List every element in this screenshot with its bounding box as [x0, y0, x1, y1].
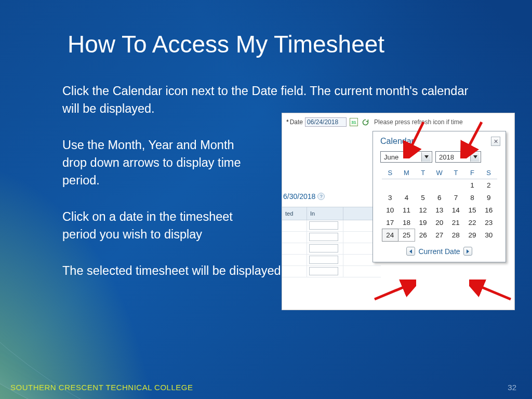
time-input[interactable] [309, 267, 338, 275]
calendar-popup: Calendar ✕ June 2018 SMTWTFS 12345678910… [373, 131, 506, 262]
calendar-day-cell[interactable]: 5 [415, 192, 431, 204]
calendar-day-cell[interactable]: 2 [481, 179, 497, 192]
calendar-day-header: F [464, 167, 481, 179]
calendar-day-cell[interactable]: 18 [398, 217, 415, 229]
calendar-day-header: T [415, 167, 431, 179]
calendar-close-button[interactable]: ✕ [491, 137, 500, 146]
chevron-down-icon [421, 152, 431, 162]
help-icon[interactable]: ? [317, 193, 325, 200]
footer-college-name: SOUTHERN CRESCENT TECHNICAL COLLEGE [10, 383, 193, 392]
instruction-paragraph-2: Use the Month, Year and Month drop down … [62, 136, 249, 189]
date-field-label: * Date [286, 118, 303, 126]
calendar-day-cell[interactable]: 9 [481, 192, 497, 204]
svg-line-2 [375, 284, 412, 299]
calendar-day-cell[interactable]: 14 [448, 204, 464, 217]
time-input[interactable] [309, 221, 338, 230]
calendar-day-cell[interactable]: 7 [448, 192, 464, 204]
calendar-day-cell[interactable]: 8 [464, 192, 481, 204]
calendar-day-cell[interactable]: 24 [382, 229, 398, 242]
calendar-day-cell[interactable]: 1 [464, 179, 481, 192]
calendar-day-cell[interactable]: 10 [382, 204, 398, 217]
column-header-ted: ted [282, 207, 307, 220]
calendar-day-cell [415, 179, 431, 192]
calendar-day-cell[interactable]: 6 [431, 192, 448, 204]
calendar-day-cell[interactable]: 26 [415, 229, 431, 242]
calendar-day-cell[interactable]: 12 [415, 204, 431, 217]
refresh-hint-text: Please press refresh icon if time [374, 118, 463, 126]
year-select[interactable]: 2018 [435, 151, 481, 163]
calendar-day-cell[interactable]: 25 [398, 229, 415, 242]
instruction-paragraph-3: Click on a date in the timesheet period … [62, 208, 249, 243]
column-header-in: In [307, 207, 343, 220]
calendar-day-cell [398, 179, 415, 192]
instruction-paragraph-1: Click the Calendar icon next to the Date… [62, 82, 478, 117]
period-end-date: 6/30/2018 [283, 192, 315, 201]
calendar-day-header: S [382, 167, 398, 179]
calendar-day-cell[interactable]: 15 [464, 204, 481, 217]
calendar-icon[interactable]: 31 [350, 118, 358, 126]
calendar-day-cell[interactable]: 11 [398, 204, 415, 217]
refresh-icon[interactable] [362, 118, 369, 126]
calendar-day-cell[interactable]: 19 [415, 217, 431, 229]
calendar-day-cell[interactable]: 23 [481, 217, 497, 229]
calendar-day-cell[interactable]: 27 [431, 229, 448, 242]
next-button[interactable] [463, 247, 472, 256]
timesheet-app-screenshot: * Date 31 Please press refresh icon if t… [282, 113, 514, 310]
time-input[interactable] [309, 244, 338, 252]
time-input[interactable] [309, 233, 338, 241]
calendar-day-cell [382, 179, 398, 192]
month-select[interactable]: June [380, 151, 432, 163]
calendar-day-header: S [481, 167, 497, 179]
calendar-day-header: M [398, 167, 415, 179]
calendar-day-cell[interactable]: 13 [431, 204, 448, 217]
calendar-day-cell [431, 179, 448, 192]
background-timesheet-fragment: 6/30/2018 ? ted In [282, 191, 381, 277]
calendar-day-header: W [431, 167, 448, 179]
slide-title: How To Access My Timesheet [68, 30, 485, 58]
calendar-day-cell[interactable]: 17 [382, 217, 398, 229]
calendar-day-cell[interactable]: 3 [382, 192, 398, 204]
calendar-day-cell[interactable]: 30 [481, 229, 497, 242]
calendar-day-cell[interactable]: 28 [448, 229, 464, 242]
annotation-arrow [469, 280, 513, 301]
calendar-day-cell[interactable]: 16 [481, 204, 497, 217]
chevron-down-icon [470, 152, 480, 162]
calendar-day-cell[interactable]: 20 [431, 217, 448, 229]
calendar-day-cell[interactable]: 29 [464, 229, 481, 242]
calendar-day-cell [448, 179, 464, 192]
calendar-day-cell[interactable]: 21 [448, 217, 464, 229]
date-input[interactable] [305, 117, 347, 127]
page-number: 32 [508, 383, 516, 392]
calendar-day-cell[interactable]: 4 [398, 192, 415, 204]
calendar-title: Calendar [380, 137, 414, 146]
time-input[interactable] [309, 256, 338, 264]
calendar-day-cell[interactable]: 22 [464, 217, 481, 229]
prev-button[interactable] [406, 247, 415, 256]
calendar-grid: SMTWTFS 12345678910111213141516171819202… [382, 167, 497, 242]
current-date-link[interactable]: Current Date [418, 247, 460, 256]
calendar-day-header: T [448, 167, 464, 179]
annotation-arrow [373, 280, 416, 301]
svg-line-3 [473, 284, 511, 299]
